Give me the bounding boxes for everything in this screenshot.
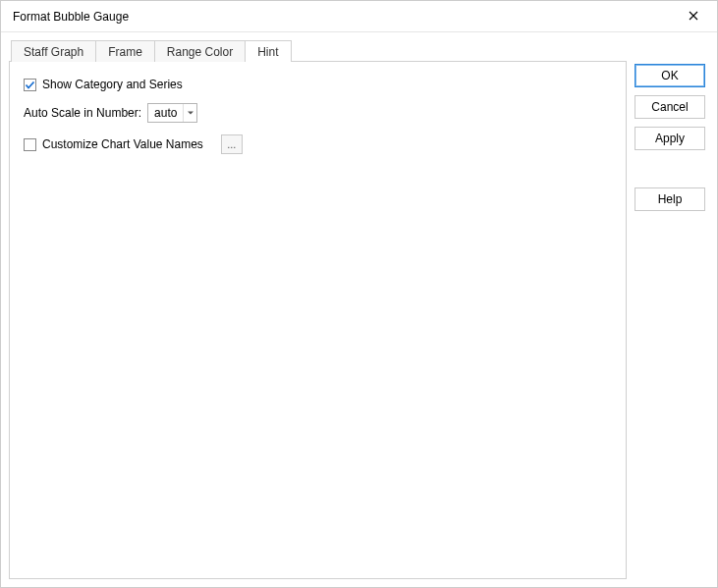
button-sidebar: OK Cancel Apply Help xyxy=(627,40,709,579)
tab-frame[interactable]: Frame xyxy=(95,40,155,62)
window-title: Format Bubble Gauge xyxy=(13,10,129,24)
tab-staff-graph[interactable]: Staff Graph xyxy=(11,40,96,62)
help-button[interactable]: Help xyxy=(635,187,705,211)
customize-names-checkbox[interactable] xyxy=(24,138,36,151)
show-category-row: Show Category and Series xyxy=(24,78,612,91)
customize-names-ellipsis-button[interactable]: ... xyxy=(221,134,243,154)
titlebar: Format Bubble Gauge xyxy=(1,1,717,32)
auto-scale-row: Auto Scale in Number: auto xyxy=(24,103,612,123)
auto-scale-select[interactable]: auto xyxy=(147,103,197,123)
customize-names-label: Customize Chart Value Names xyxy=(42,137,203,151)
hint-panel: Show Category and Series Auto Scale in N… xyxy=(9,61,627,579)
main-area: Staff Graph Frame Range Color Hint Show … xyxy=(9,40,627,579)
spacer xyxy=(635,158,705,180)
checkmark-icon xyxy=(25,80,35,90)
dialog-body: Staff Graph Frame Range Color Hint Show … xyxy=(1,32,717,587)
cancel-button[interactable]: Cancel xyxy=(635,95,705,119)
tab-hint[interactable]: Hint xyxy=(245,40,291,62)
apply-button[interactable]: Apply xyxy=(635,127,705,150)
show-category-label: Show Category and Series xyxy=(42,78,183,91)
close-button[interactable] xyxy=(678,5,709,28)
auto-scale-value: auto xyxy=(148,106,183,120)
tab-range-color[interactable]: Range Color xyxy=(154,40,246,62)
customize-names-row: Customize Chart Value Names ... xyxy=(24,134,612,154)
close-icon xyxy=(689,10,698,24)
tab-strip: Staff Graph Frame Range Color Hint xyxy=(9,40,627,62)
ok-button[interactable]: OK xyxy=(635,64,705,87)
chevron-down-icon xyxy=(183,104,196,122)
show-category-checkbox[interactable] xyxy=(24,79,36,91)
auto-scale-label: Auto Scale in Number: xyxy=(24,106,141,120)
